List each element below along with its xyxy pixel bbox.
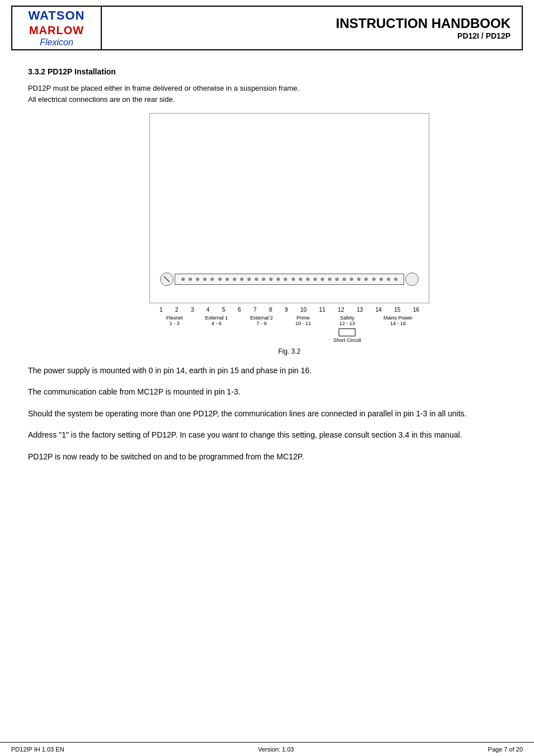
terminal-dot <box>306 278 310 281</box>
diagram-labels: 123456 789101112 13141516 Flexnet 1 - 3 … <box>149 307 429 343</box>
terminal-row <box>175 274 404 285</box>
handbook-subtitle: PD12I / PD12P <box>457 31 510 40</box>
body-para-3: Should the system be operating more than… <box>28 407 506 420</box>
terminal-dot <box>357 278 360 281</box>
terminal-dot <box>380 278 383 281</box>
terminal-dot <box>328 278 331 281</box>
terminal-dot <box>210 278 214 281</box>
short-circuit-box <box>339 328 355 336</box>
external1-label: External 1 <box>205 315 228 321</box>
pin-group-external1: External 1 4 - 6 <box>205 315 228 343</box>
terminal-dot <box>284 278 287 281</box>
mains-label: Mains Power <box>383 315 413 321</box>
terminal-dot <box>394 278 397 281</box>
terminal-strip <box>160 271 419 287</box>
pin-group-prime: Prime 10 - 11 <box>295 315 311 343</box>
logo-watson: WATSON <box>29 8 85 23</box>
flexnet-range: 1 - 3 <box>170 321 180 326</box>
pin-group-flexnet: Flexnet 1 - 3 <box>166 315 183 343</box>
terminal-dot <box>218 278 222 281</box>
terminal-dot <box>277 278 280 281</box>
terminal-dots <box>175 278 404 281</box>
intro-paragraph: PD12P must be placed either in frame del… <box>28 83 506 105</box>
prime-range: 10 - 11 <box>295 321 311 326</box>
page-content: 3.3.2 PD12P Installation PD12P must be p… <box>28 67 506 463</box>
terminal-dot <box>350 278 353 281</box>
terminal-dot <box>299 278 302 281</box>
terminal-dot <box>387 278 390 281</box>
prime-label: Prime <box>297 315 310 321</box>
terminal-dot <box>343 278 346 281</box>
footer-right: Page 7 of 20 <box>488 746 523 753</box>
section-heading: 3.3.2 PD12P Installation <box>28 67 506 76</box>
terminal-dot <box>364 278 368 281</box>
logo-marlow: MARLOW <box>29 24 85 37</box>
terminal-dot <box>247 278 251 281</box>
fig-caption: Fig. 3.2 <box>278 348 301 355</box>
handbook-title: INSTRUCTION HANDBOOK <box>336 16 510 31</box>
terminal-dot <box>262 278 265 281</box>
terminal-dot <box>203 278 207 281</box>
logo-flexicon: Flexicon <box>29 37 85 48</box>
pin-group-mains: Mains Power 14 - 16 <box>383 315 413 343</box>
page-header: WATSON MARLOW Flexicon INSTRUCTION HANDB… <box>11 6 523 50</box>
terminal-dot <box>269 278 273 281</box>
pin-numbers-row: 123456 789101112 13141516 <box>155 307 424 313</box>
pin-group-external2: External 2 7 - 9 <box>250 315 273 343</box>
safety-label: Safety <box>340 315 354 321</box>
pin-group-safety: Safety 12 - 13 Short Circuit <box>333 315 361 343</box>
body-para-4: Address "1" is the factory setting of PD… <box>28 429 506 441</box>
mains-range: 14 - 16 <box>390 321 406 326</box>
header-title-block: INSTRUCTION HANDBOOK PD12I / PD12P <box>102 7 522 49</box>
screw-left <box>160 273 174 286</box>
terminal-dot <box>372 278 376 281</box>
body-para-5: PD12P is now ready to be switched on and… <box>28 450 506 463</box>
terminal-dot <box>335 278 339 281</box>
terminal-dot <box>226 278 229 281</box>
diagram-box <box>149 113 429 303</box>
terminal-dot <box>255 278 258 281</box>
flexnet-label: Flexnet <box>166 315 183 321</box>
terminal-dot <box>292 278 295 281</box>
body-para-1: The power supply is mounted with 0 in pi… <box>28 364 506 377</box>
external2-range: 7 - 9 <box>256 321 266 326</box>
short-circuit-label: Short Circuit <box>333 337 361 343</box>
terminal-dot <box>196 278 199 281</box>
page-footer: PD12IP IH 1.03 EN Version: 1.03 Page 7 o… <box>0 742 534 756</box>
terminal-dot <box>313 278 317 281</box>
terminal-dot <box>233 278 236 281</box>
terminal-dot <box>189 278 192 281</box>
company-logo: WATSON MARLOW Flexicon <box>12 7 102 49</box>
safety-range: 12 - 13 <box>339 321 355 326</box>
external1-range: 4 - 6 <box>212 321 222 326</box>
body-para-2: The communication cable from MC12P is mo… <box>28 386 506 398</box>
screw-right <box>405 273 419 286</box>
footer-center: Version: 1.03 <box>258 746 294 753</box>
terminal-dot <box>240 278 243 281</box>
terminal-dot <box>181 278 185 281</box>
footer-left: PD12IP IH 1.03 EN <box>11 746 64 753</box>
diagram-container: 123456 789101112 13141516 Flexnet 1 - 3 … <box>73 113 506 355</box>
external2-label: External 2 <box>250 315 273 321</box>
terminal-dot <box>321 278 324 281</box>
